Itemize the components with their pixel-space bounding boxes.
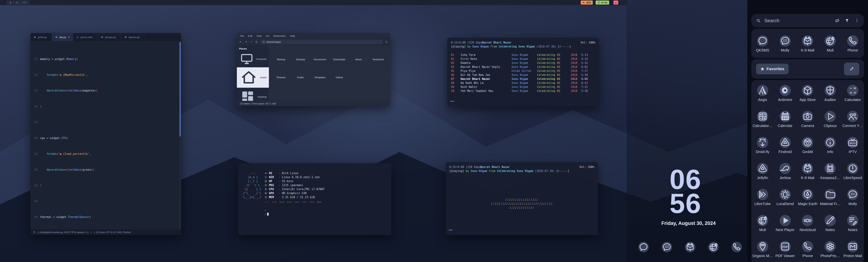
app-item[interactable]: PhotoPris… (819, 241, 841, 262)
scrollbar[interactable] (180, 42, 181, 136)
app-item[interactable]: Keepass2… (819, 163, 841, 189)
app-item[interactable]: Jerboa (774, 163, 797, 189)
track-row[interactable]: 04 Hasrat Bhari Nazar Unplu Sonu Nigam C… (447, 65, 599, 69)
menu-item[interactable]: File (240, 35, 244, 37)
workspace-indicator[interactable]: II (13, 1, 21, 4)
app-item[interactable]: App Store (797, 85, 819, 111)
app-item[interactable]: Findroid (774, 137, 797, 163)
menu-item[interactable]: Edit (248, 35, 252, 37)
search-icon[interactable] (385, 40, 388, 43)
app-item[interactable]: IPTV IPTV (841, 137, 864, 163)
folder-item[interactable]: Videos (334, 65, 344, 83)
app-item[interactable]: Info (819, 137, 841, 163)
folder-item[interactable]: Downloads (333, 47, 345, 65)
dock-app-button[interactable] (661, 242, 672, 252)
folder-item[interactable]: Music (354, 47, 364, 65)
app-item[interactable]: K-9 Mail (797, 163, 819, 189)
app-item[interactable]: Calendar (774, 111, 797, 137)
app-item[interactable]: Droid-ify (751, 137, 774, 163)
app-item[interactable]: Organic M… (751, 241, 774, 262)
menu-item[interactable]: Go (266, 35, 269, 37)
workspace-indicator[interactable]: I (8, 1, 13, 4)
favorites-chip[interactable]: ★ Favorites (756, 64, 788, 74)
track-row[interactable]: 02 First Date Sonu Nigam Celebrating 01 … (447, 57, 599, 61)
app-item[interactable]: Magic Earth (797, 189, 819, 215)
app-item[interactable]: Molly (774, 35, 797, 58)
app-item[interactable]: Material Fi… (819, 189, 841, 215)
filter-icon[interactable] (845, 18, 849, 23)
edit-favorites-button[interactable] (844, 63, 859, 75)
app-item[interactable]: Geddit (797, 137, 819, 163)
track-row[interactable]: 06 Dur Ab Tum Naa Jao Sonu Nigam Celebra… (447, 73, 599, 77)
app-item[interactable]: PDF PDF Viewer (774, 241, 797, 262)
dock-app-button[interactable] (708, 242, 719, 252)
app-item[interactable]: Mull (819, 35, 841, 58)
app-item[interactable]: Phone (797, 241, 819, 262)
track-row[interactable]: 03 Raabta Sonu Nigam Celebrating 01 2018… (447, 61, 599, 65)
folder-item[interactable]: Desktop (296, 47, 306, 65)
editor-tab[interactable]: groups.py (98, 33, 121, 41)
app-item[interactable]: −×+= Calculator (841, 85, 864, 111)
app-item[interactable]: Nextcloud (797, 215, 819, 241)
app-item[interactable]: LibreSpeed (841, 163, 864, 189)
folder-item[interactable]: Pictures (276, 65, 286, 83)
tray-toggle-button[interactable]: « (614, 1, 618, 5)
forward-button[interactable] (245, 40, 247, 43)
app-item[interactable]: Jellyfin (751, 163, 774, 189)
folder-item[interactable]: Templates (314, 65, 326, 83)
menu-item[interactable]: Help (290, 35, 295, 37)
app-item[interactable]: Camera (797, 111, 819, 137)
eye-off-icon[interactable] (835, 18, 840, 23)
app-item[interactable]: Calculator… (751, 111, 774, 137)
app-item[interactable]: K-9 Mail (797, 35, 819, 58)
app-item[interactable]: LibreTube (751, 189, 774, 215)
track-row[interactable]: 09 Hosh Nahin Sonu Nigam Celebrating 01 … (447, 85, 599, 89)
volume-badge[interactable]: 40% (581, 1, 593, 5)
folder-item[interactable]: Documents (314, 47, 326, 65)
search-input[interactable] (764, 18, 830, 24)
track-row[interactable]: 01 Ishq Tera Sonu Nigam Celebrating 01 2… (447, 53, 599, 57)
close-icon[interactable]: ✕ (68, 36, 70, 38)
dock-app-button[interactable] (685, 242, 695, 252)
app-item[interactable]: Phone (841, 35, 864, 58)
sidebar-place-item[interactable]: ranjan (237, 67, 269, 88)
editor-tab[interactable]: bar.py ✕ (52, 33, 73, 41)
track-row[interactable]: 07 Hasrat Bhari Nazar Sonu Nigam Celebra… (447, 77, 599, 81)
app-item[interactable]: Antimine (774, 85, 797, 111)
editor-tab[interactable]: layouts.py (121, 33, 145, 41)
sidebar-place-item[interactable]: Computer (237, 51, 269, 67)
app-item[interactable]: Clipious (819, 111, 841, 137)
track-row[interactable]: 05 Piya Piya Ustad Sultan Celebrating 01… (447, 69, 599, 73)
phone-clock-widget[interactable]: 06 56 (670, 167, 702, 216)
dock-app-button[interactable] (638, 242, 649, 252)
app-item[interactable]: Notes (819, 215, 841, 241)
track-row[interactable]: 10 Yeh Meri Taqdeer Hai Sonu Nigam Celeb… (447, 89, 599, 93)
up-button[interactable] (250, 40, 253, 43)
folder-item[interactable]: Public (296, 65, 306, 83)
clock-badge[interactable]: 07:02 (596, 1, 609, 5)
app-item[interactable]: Aegis (751, 85, 774, 111)
phone-date-widget[interactable]: Friday, August 30, 2024 (654, 221, 723, 226)
app-item[interactable]: LocalSend (774, 189, 797, 215)
workspace-indicator[interactable]: III (21, 1, 28, 4)
kebab-menu-icon[interactable] (855, 18, 859, 23)
menu-item[interactable]: View (256, 35, 262, 37)
path-field[interactable]: /home/ranjan/ (260, 40, 383, 44)
editor-tab[interactable]: prefs.py (30, 33, 52, 41)
app-item[interactable]: QKSMS (751, 35, 774, 58)
back-button[interactable] (239, 40, 242, 43)
app-item[interactable]: Connect Y… (841, 111, 864, 137)
folder-item[interactable]: Nextcloud (373, 47, 383, 65)
app-item[interactable]: Proton Mail (841, 241, 864, 262)
home-button[interactable] (255, 40, 258, 43)
app-item[interactable]: Mull (751, 215, 774, 241)
app-item[interactable]: Auditor (819, 85, 841, 111)
menu-item[interactable]: Bookmarks (273, 35, 286, 37)
app-item[interactable]: Next Player (774, 215, 797, 241)
folder-item[interactable]: Backup (276, 47, 286, 65)
dock-app-button[interactable] (732, 242, 742, 252)
app-item[interactable]: Molly (841, 189, 864, 215)
editor-tab[interactable]: picom.conf (73, 33, 98, 41)
app-item[interactable]: Notes (841, 215, 864, 241)
track-row[interactable]: 08 Aa Dekh Bhi Le Sonu Nigam Celebrating… (447, 81, 599, 85)
